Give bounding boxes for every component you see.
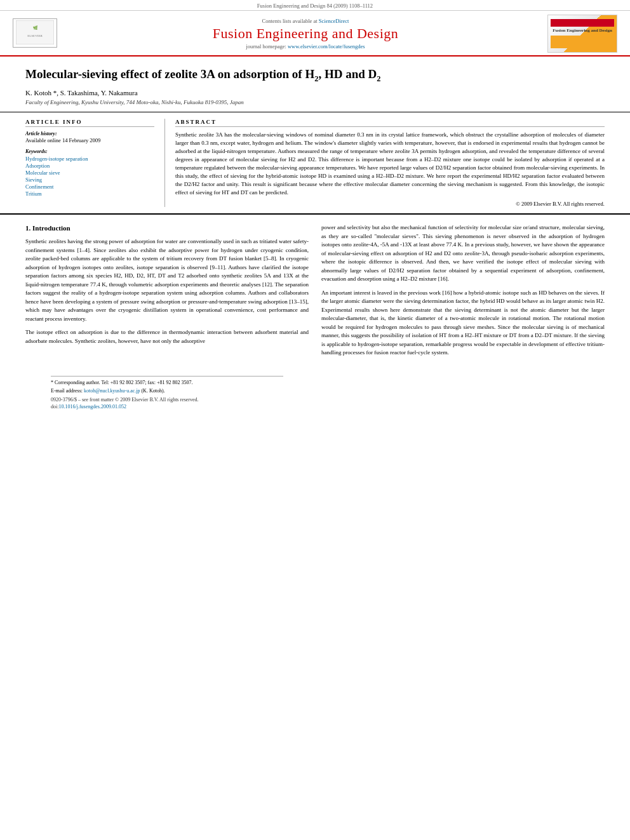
history-label: Article history: [25, 131, 154, 137]
footer-section: * Corresponding author. Tel: +81 92 802 … [51, 376, 283, 411]
article-info-abstract: ARTICLE INFO Article history: Available … [0, 112, 630, 215]
journal-title: Fusion Engineering and Design [64, 25, 547, 42]
keyword-6: Tritium [25, 190, 154, 197]
available-online: Available online 14 February 2009 [25, 137, 154, 143]
svg-rect-0 [16, 20, 54, 44]
article-authors: K. Kotoh *, S. Takashima, Y. Nakamura [25, 89, 605, 97]
elsevier-logo-image: 🌿 ELSEVIER [13, 18, 57, 48]
keyword-2: Adsorption [25, 163, 154, 169]
body-column-left: 1. Introduction Synthetic zeolites havin… [25, 223, 309, 411]
svg-text:🌿: 🌿 [33, 25, 38, 30]
section1-heading: 1. Introduction [25, 223, 309, 234]
copyright: © 2009 Elsevier B.V. All rights reserved… [175, 201, 605, 207]
keyword-4: Sieving [25, 177, 154, 183]
article-section: Molecular-sieving effect of zeolite 3A o… [0, 57, 630, 112]
abstract-column: ABSTRACT Synthetic zeolite 3A has the mo… [165, 119, 605, 207]
main-body: 1. Introduction Synthetic zeolites havin… [0, 215, 630, 423]
body-column-right: power and selectivity but also the mecha… [321, 223, 605, 411]
abstract-label: ABSTRACT [175, 119, 605, 127]
body-paragraph-1: Synthetic zeolites having the strong pow… [25, 237, 309, 323]
journal-logo-text: Fusion Engineering and Design [553, 28, 612, 34]
keyword-3: Molecular sieve [25, 170, 154, 176]
article-affiliation: Faculty of Engineering, Kyushu Universit… [25, 99, 605, 105]
sciencedirect-link[interactable]: ScienceDirect [319, 18, 349, 24]
abstract-text: Synthetic zeolite 3A has the molecular-s… [175, 131, 605, 197]
journal-logo-right: Fusion Engineering and Design [547, 15, 617, 53]
svg-text:ELSEVIER: ELSEVIER [27, 34, 43, 37]
keywords-section: Keywords: Hydrogen-isotope separation Ad… [25, 149, 154, 197]
doi-link[interactable]: 10.1016/j.fusengdes.2009.01.052 [58, 404, 126, 410]
elsevier-logo: 🌿 ELSEVIER [13, 18, 64, 49]
subscript-d2: 2 [377, 74, 380, 83]
article-info-label: ARTICLE INFO [25, 119, 154, 127]
contents-line: Contents lists available at ScienceDirec… [64, 18, 547, 24]
article-info-column: ARTICLE INFO Article history: Available … [25, 119, 165, 207]
homepage-link[interactable]: www.elsevier.com/locate/fusengdes [288, 43, 365, 50]
footnote-star: * Corresponding author. Tel: +81 92 802 … [51, 379, 283, 386]
journal-header: 🌿 ELSEVIER Contents lists available at S… [0, 11, 630, 57]
keywords-label: Keywords: [25, 149, 154, 154]
body-paragraph-3: power and selectivity but also the mecha… [321, 223, 605, 284]
article-title: Molecular-sieving effect of zeolite 3A o… [25, 67, 605, 84]
journal-citation: Fusion Engineering and Design 84 (2009) … [257, 3, 373, 9]
footnote-email: E-mail address: kotoh@nucl.kyushu-u.ac.j… [51, 387, 283, 394]
journal-homepage: journal homepage: www.elsevier.com/locat… [64, 43, 547, 50]
doi-line: doi:10.1016/j.fusengdes.2009.01.052 [51, 403, 283, 411]
issn-line: 0920-3796/$ – see front matter © 2009 El… [51, 396, 283, 404]
top-bar: Fusion Engineering and Design 84 (2009) … [0, 0, 630, 11]
body-paragraph-4: An important interest is leaved in the p… [321, 289, 605, 357]
body-paragraph-2: The isotope effect on adsorption is due … [25, 328, 309, 345]
keyword-1: Hydrogen-isotope separation [25, 156, 154, 162]
email-link[interactable]: kotoh@nucl.kyushu-u.ac.jp [84, 388, 140, 394]
article-history: Article history: Available online 14 Feb… [25, 131, 154, 143]
keyword-5: Confinement [25, 183, 154, 190]
journal-header-center: Contents lists available at ScienceDirec… [64, 18, 547, 50]
